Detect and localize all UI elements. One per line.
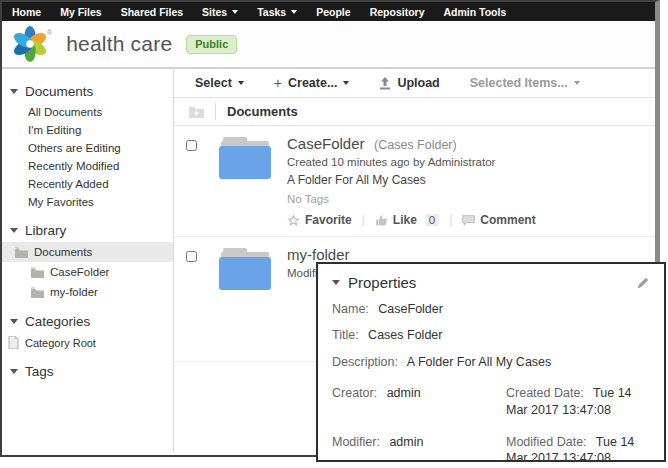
sidebar-header-documents[interactable]: Documents — [2, 79, 173, 103]
document-icon — [8, 336, 19, 349]
file-row-casefolder: CaseFolder (Cases Folder) Created 10 min… — [174, 126, 655, 237]
nav-tasks[interactable]: Tasks — [257, 6, 297, 18]
sidebar-section-categories: Categories Category Root — [2, 309, 173, 352]
chevron-down-icon — [238, 81, 244, 85]
comment-button[interactable]: Comment — [462, 213, 535, 227]
props-modifier-value: admin — [389, 435, 423, 449]
sidebar-section-library: Library Documents CaseFolder — [2, 218, 173, 302]
sidebar-section-documents: Documents All Documents I'm Editing Othe… — [2, 79, 173, 211]
chevron-down-icon — [343, 81, 349, 85]
props-modified-date-label: Modified Date: — [506, 435, 587, 449]
props-modifier-label: Modifier: — [332, 435, 380, 449]
like-count[interactable]: 0 — [425, 214, 439, 226]
twisty-down-icon — [10, 89, 18, 94]
props-name-label: Name: — [332, 302, 369, 316]
file-description: A Folder For All My Cases — [287, 173, 536, 187]
props-description-value: A Folder For All My Cases — [407, 355, 552, 369]
nav-shared-files[interactable]: Shared Files — [121, 6, 183, 18]
breadcrumb: Documents — [174, 98, 655, 126]
edit-properties-pencil-icon[interactable] — [636, 276, 650, 290]
twisty-down-icon[interactable] — [332, 280, 340, 285]
properties-panel: Properties Name: CaseFolder Title: Cases… — [316, 262, 666, 462]
nav-my-files[interactable]: My Files — [60, 6, 101, 18]
like-button[interactable]: Like — [375, 213, 417, 227]
props-created-date-label: Created Date: — [506, 386, 584, 400]
nav-home[interactable]: Home — [12, 6, 41, 18]
sidebar-item-all-documents[interactable]: All Documents — [2, 103, 173, 121]
nav-admin-tools[interactable]: Admin Tools — [443, 6, 506, 18]
folder-icon — [15, 247, 28, 258]
folder-thumbnail-icon[interactable] — [219, 248, 271, 290]
favorite-button[interactable]: Favorite — [287, 213, 352, 227]
thumb-up-icon — [375, 214, 388, 226]
breadcrumb-divider — [215, 103, 216, 120]
folder-icon — [31, 287, 44, 298]
site-header: ® health care Public — [2, 21, 655, 69]
selected-items-menu-button[interactable]: Selected Items... — [470, 76, 580, 90]
sidebar-header-library[interactable]: Library — [2, 218, 173, 242]
props-title-value: Cases Folder — [368, 328, 442, 342]
trademark-symbol: ® — [47, 29, 52, 36]
twisty-down-icon — [10, 369, 18, 374]
star-icon — [287, 214, 300, 227]
top-navigation-bar: Home My Files Shared Files Sites Tasks P… — [2, 2, 655, 21]
folder-icon — [31, 267, 44, 278]
tree-node-casefolder[interactable]: CaseFolder — [2, 262, 173, 282]
file-meta: Created 10 minutes ago by Administrator — [287, 156, 536, 168]
file-name-link[interactable]: CaseFolder — [287, 135, 365, 152]
tree-node-category-root[interactable]: Category Root — [2, 333, 173, 352]
sidebar-item-im-editing[interactable]: I'm Editing — [2, 121, 173, 139]
sidebar-item-recently-modified[interactable]: Recently Modified — [2, 157, 173, 175]
row-checkbox[interactable] — [186, 251, 197, 262]
props-creator-label: Creator: — [332, 386, 377, 400]
sidebar-header-tags[interactable]: Tags — [2, 359, 173, 383]
props-creator-value: admin — [387, 386, 421, 400]
screenshot-stage: Home My Files Shared Files Sites Tasks P… — [0, 0, 668, 468]
sidebar-item-recently-added[interactable]: Recently Added — [2, 175, 173, 193]
file-tags: No Tags — [287, 193, 536, 205]
folder-thumbnail-icon[interactable] — [219, 137, 271, 179]
comment-icon — [462, 215, 475, 226]
select-menu-button[interactable]: Select — [195, 76, 244, 90]
doclib-toolbar: Select + Create... Upload — [174, 69, 655, 98]
file-actions: Favorite | Like 0 | — [287, 213, 536, 227]
site-visibility-badge: Public — [186, 35, 237, 54]
sidebar: Documents All Documents I'm Editing Othe… — [2, 69, 174, 453]
props-name-value: CaseFolder — [378, 302, 443, 316]
tree-node-documents-selected[interactable]: Documents — [2, 242, 173, 262]
nav-people[interactable]: People — [316, 6, 350, 18]
sidebar-item-my-favorites[interactable]: My Favorites — [2, 193, 173, 211]
create-menu-button[interactable]: + Create... — [274, 75, 350, 91]
properties-header: Properties — [332, 274, 650, 291]
site-logo-icon[interactable] — [11, 25, 49, 63]
upload-icon — [379, 77, 391, 90]
sidebar-section-tags: Tags — [2, 359, 173, 383]
props-description-label: Description: — [332, 355, 398, 369]
file-title-suffix: (Cases Folder) — [374, 138, 457, 152]
chevron-down-icon — [232, 10, 238, 14]
chevron-down-icon — [574, 81, 580, 85]
props-title-label: Title: — [332, 328, 359, 342]
tree-node-my-folder[interactable]: my-folder — [2, 282, 173, 302]
file-name-link[interactable]: my-folder — [287, 246, 350, 263]
twisty-down-icon — [10, 228, 18, 233]
properties-title: Properties — [348, 274, 416, 291]
row-checkbox[interactable] — [186, 140, 197, 151]
folder-up-icon[interactable] — [189, 105, 204, 118]
upload-button[interactable]: Upload — [379, 76, 439, 90]
site-title[interactable]: health care — [66, 32, 172, 56]
nav-sites[interactable]: Sites — [202, 6, 238, 18]
sidebar-header-categories[interactable]: Categories — [2, 309, 173, 333]
breadcrumb-current[interactable]: Documents — [227, 104, 298, 119]
twisty-down-icon — [10, 319, 18, 324]
chevron-down-icon — [291, 10, 297, 14]
nav-repository[interactable]: Repository — [370, 6, 425, 18]
sidebar-item-others-are-editing[interactable]: Others are Editing — [2, 139, 173, 157]
plus-icon: + — [274, 75, 282, 91]
